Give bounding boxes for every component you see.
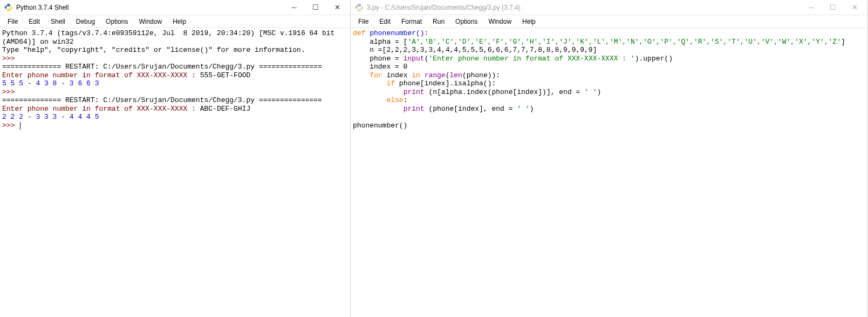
menu-file[interactable]: File — [353, 16, 374, 27]
menu-window[interactable]: Window — [483, 16, 517, 27]
close-button[interactable]: ✕ — [844, 1, 865, 14]
code-text: n =[2,2,2,3,3,3,4,4,4,5,5,5,6,6,6,7,7,7,… — [353, 46, 597, 54]
input-prompt-2: Enter phone number in format of XXX-XXX-… — [2, 105, 200, 113]
menu-shell[interactable]: Shell — [45, 16, 71, 27]
input-prompt-1: Enter phone number in format of XXX-XXX-… — [2, 71, 200, 79]
editor-title: 3.py - C:/Users/Srujan/Documents/Chegg/3… — [367, 4, 801, 11]
shell-content[interactable]: Python 3.7.4 (tags/v3.7.4:e09359112e, Ju… — [0, 28, 350, 317]
menu-help[interactable]: Help — [517, 16, 541, 27]
shell-header-2: (AMD64)] on win32 — [2, 38, 74, 46]
code-text: phonenumber() — [353, 122, 407, 130]
minimize-button[interactable]: ─ — [801, 1, 822, 14]
shell-menubar: File Edit Shell Debug Options Window Hel… — [0, 15, 350, 28]
code-text: ) — [597, 88, 602, 96]
builtin-range: range — [425, 71, 446, 79]
string-literal: ' ' — [584, 88, 597, 96]
restart-line-2: ============== RESTART: C:/Users/Srujan/… — [2, 96, 322, 104]
menu-file[interactable]: File — [2, 16, 23, 27]
editor-menubar: File Edit Format Run Options Window Help — [351, 15, 867, 28]
maximize-button[interactable]: ☐ — [822, 1, 844, 14]
code-text — [353, 88, 404, 96]
shell-header-3: Type "help", "copyright", "credits" or "… — [2, 46, 305, 54]
menu-format[interactable]: Format — [396, 16, 427, 27]
editor-window: 3.py - C:/Users/Srujan/Documents/Chegg/3… — [351, 0, 868, 317]
menu-options[interactable]: Options — [450, 16, 483, 27]
kw-in: in — [412, 71, 420, 79]
code-text — [353, 79, 386, 87]
minimize-button[interactable]: ─ — [283, 1, 305, 14]
string-literal: ' ' — [517, 105, 529, 113]
code-text: (phone)): — [462, 71, 500, 79]
code-text: index — [382, 71, 412, 79]
shell-titlebar: Python 3.7.4 Shell ─ ☐ ✕ — [0, 0, 350, 15]
kw-for: for — [370, 71, 382, 79]
kw-if: if — [386, 79, 395, 87]
menu-options[interactable]: Options — [100, 16, 133, 27]
shell-header-1: Python 3.7.4 (tags/v3.7.4:e09359112e, Ju… — [2, 29, 334, 37]
shell-prompt: >>> — [2, 122, 15, 130]
output-2: 2 2 2 - 3 3 3 - 4 4 4 5 — [2, 113, 103, 121]
editor-content[interactable]: def phonenumber(): alpha = ['A','B','C',… — [351, 28, 867, 317]
shell-title: Python 3.7.4 Shell — [16, 4, 283, 11]
code-text: phone[index].isalpha(): — [395, 79, 496, 87]
user-input-1: 555-GET-FOOD — [200, 71, 251, 79]
code-text: phone = — [353, 55, 404, 63]
string-literal: 'A','B','C','D','E','F','G','H','I','J',… — [407, 38, 841, 46]
builtin-print: print — [404, 105, 425, 113]
window-controls: ─ ☐ ✕ — [801, 1, 865, 14]
editor-titlebar: 3.py - C:/Users/Srujan/Documents/Chegg/3… — [351, 0, 867, 15]
code-text: (phone[index], end = — [425, 105, 517, 113]
code-text: index = 0 — [353, 63, 407, 71]
builtin-print: print — [404, 88, 425, 96]
menu-help[interactable]: Help — [167, 16, 192, 27]
code-text — [353, 71, 370, 79]
maximize-button[interactable]: ☐ — [305, 1, 326, 14]
kw-else: else — [386, 96, 403, 104]
output-1: 5 5 5 - 4 3 8 - 3 6 6 3 — [2, 79, 103, 87]
code-text: ).upper() — [635, 55, 673, 63]
menu-run[interactable]: Run — [427, 16, 450, 27]
code-text: ) — [530, 105, 534, 113]
menu-edit[interactable]: Edit — [374, 16, 396, 27]
shell-prompt: >>> — [2, 88, 15, 96]
menu-debug[interactable]: Debug — [71, 16, 100, 27]
code-text: alpha = [ — [353, 38, 407, 46]
code-text: : — [404, 96, 408, 104]
window-controls: ─ ☐ ✕ — [283, 1, 348, 14]
code-text — [420, 71, 425, 79]
user-input-2: ABC-DEF-GHIJ — [200, 105, 251, 113]
python-icon — [355, 3, 364, 12]
text-cursor — [20, 122, 20, 130]
kw-def: def — [353, 29, 365, 37]
builtin-input: input — [404, 55, 425, 63]
string-literal: 'Enter phone number in format of XXX-XXX… — [428, 55, 634, 63]
code-text: ] — [841, 38, 845, 46]
menu-edit[interactable]: Edit — [23, 16, 45, 27]
builtin-len: len — [449, 71, 462, 79]
code-text: (n[alpha.index(phone[index])], end = — [425, 88, 584, 96]
code-text — [353, 96, 386, 104]
close-button[interactable]: ✕ — [326, 1, 348, 14]
code-text: phonenumber(): — [365, 29, 428, 37]
restart-line-1: ============== RESTART: C:/Users/Srujan/… — [2, 63, 322, 71]
code-text — [353, 105, 404, 113]
shell-window: Python 3.7.4 Shell ─ ☐ ✕ File Edit Shell… — [0, 0, 351, 317]
menu-window[interactable]: Window — [133, 16, 167, 27]
python-icon — [4, 3, 13, 12]
shell-prompt: >>> — [2, 55, 15, 63]
